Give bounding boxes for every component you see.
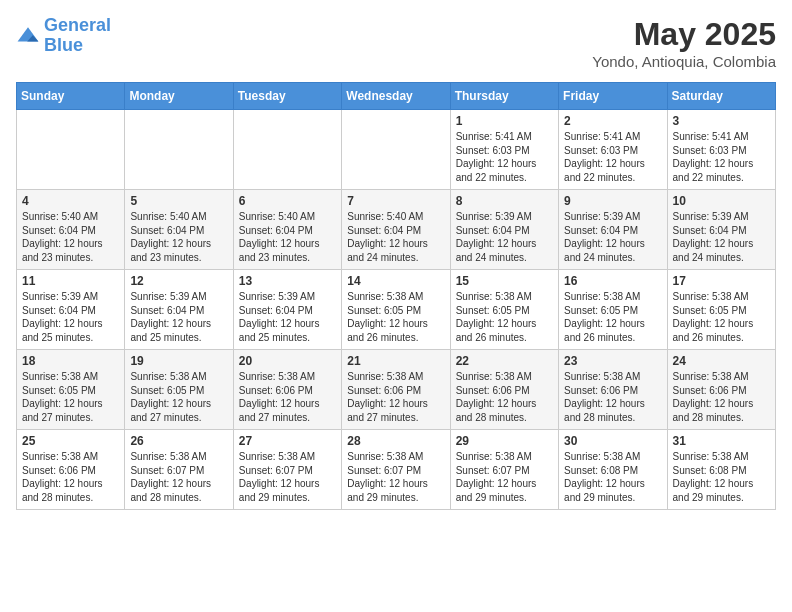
day-number: 22 [456,354,553,368]
weekday-row: SundayMondayTuesdayWednesdayThursdayFrid… [17,83,776,110]
calendar-cell: 23Sunrise: 5:38 AM Sunset: 6:06 PM Dayli… [559,350,667,430]
page-subtitle: Yondo, Antioquia, Colombia [592,53,776,70]
calendar-cell: 24Sunrise: 5:38 AM Sunset: 6:06 PM Dayli… [667,350,775,430]
day-number: 26 [130,434,227,448]
calendar-cell: 19Sunrise: 5:38 AM Sunset: 6:05 PM Dayli… [125,350,233,430]
calendar-cell: 17Sunrise: 5:38 AM Sunset: 6:05 PM Dayli… [667,270,775,350]
calendar-cell: 10Sunrise: 5:39 AM Sunset: 6:04 PM Dayli… [667,190,775,270]
day-number: 15 [456,274,553,288]
weekday-header: Sunday [17,83,125,110]
calendar-cell: 8Sunrise: 5:39 AM Sunset: 6:04 PM Daylig… [450,190,558,270]
day-info: Sunrise: 5:38 AM Sunset: 6:07 PM Dayligh… [347,450,444,504]
day-info: Sunrise: 5:38 AM Sunset: 6:06 PM Dayligh… [22,450,119,504]
day-info: Sunrise: 5:39 AM Sunset: 6:04 PM Dayligh… [130,290,227,344]
day-info: Sunrise: 5:39 AM Sunset: 6:04 PM Dayligh… [239,290,336,344]
day-number: 21 [347,354,444,368]
day-number: 29 [456,434,553,448]
calendar-cell: 6Sunrise: 5:40 AM Sunset: 6:04 PM Daylig… [233,190,341,270]
calendar-body: 1Sunrise: 5:41 AM Sunset: 6:03 PM Daylig… [17,110,776,510]
calendar-cell: 20Sunrise: 5:38 AM Sunset: 6:06 PM Dayli… [233,350,341,430]
day-info: Sunrise: 5:41 AM Sunset: 6:03 PM Dayligh… [564,130,661,184]
calendar-cell: 15Sunrise: 5:38 AM Sunset: 6:05 PM Dayli… [450,270,558,350]
day-number: 13 [239,274,336,288]
calendar-cell: 2Sunrise: 5:41 AM Sunset: 6:03 PM Daylig… [559,110,667,190]
day-info: Sunrise: 5:41 AM Sunset: 6:03 PM Dayligh… [456,130,553,184]
day-info: Sunrise: 5:38 AM Sunset: 6:05 PM Dayligh… [347,290,444,344]
logo-general: General [44,15,111,35]
calendar-header: SundayMondayTuesdayWednesdayThursdayFrid… [17,83,776,110]
calendar-cell [342,110,450,190]
day-info: Sunrise: 5:41 AM Sunset: 6:03 PM Dayligh… [673,130,770,184]
title-block: May 2025 Yondo, Antioquia, Colombia [592,16,776,70]
weekday-header: Tuesday [233,83,341,110]
day-info: Sunrise: 5:38 AM Sunset: 6:05 PM Dayligh… [564,290,661,344]
day-info: Sunrise: 5:38 AM Sunset: 6:06 PM Dayligh… [239,370,336,424]
page-header: General Blue May 2025 Yondo, Antioquia, … [16,16,776,70]
day-info: Sunrise: 5:38 AM Sunset: 6:05 PM Dayligh… [673,290,770,344]
day-number: 27 [239,434,336,448]
day-info: Sunrise: 5:38 AM Sunset: 6:08 PM Dayligh… [564,450,661,504]
day-info: Sunrise: 5:38 AM Sunset: 6:06 PM Dayligh… [673,370,770,424]
day-info: Sunrise: 5:39 AM Sunset: 6:04 PM Dayligh… [564,210,661,264]
calendar-week-row: 25Sunrise: 5:38 AM Sunset: 6:06 PM Dayli… [17,430,776,510]
calendar-cell: 5Sunrise: 5:40 AM Sunset: 6:04 PM Daylig… [125,190,233,270]
day-info: Sunrise: 5:38 AM Sunset: 6:06 PM Dayligh… [456,370,553,424]
day-number: 16 [564,274,661,288]
logo: General Blue [16,16,111,56]
calendar-cell: 21Sunrise: 5:38 AM Sunset: 6:06 PM Dayli… [342,350,450,430]
calendar-cell: 7Sunrise: 5:40 AM Sunset: 6:04 PM Daylig… [342,190,450,270]
calendar-cell: 14Sunrise: 5:38 AM Sunset: 6:05 PM Dayli… [342,270,450,350]
day-number: 24 [673,354,770,368]
calendar-cell: 11Sunrise: 5:39 AM Sunset: 6:04 PM Dayli… [17,270,125,350]
calendar-cell: 4Sunrise: 5:40 AM Sunset: 6:04 PM Daylig… [17,190,125,270]
day-number: 19 [130,354,227,368]
calendar-cell: 9Sunrise: 5:39 AM Sunset: 6:04 PM Daylig… [559,190,667,270]
calendar-cell [17,110,125,190]
day-info: Sunrise: 5:38 AM Sunset: 6:07 PM Dayligh… [239,450,336,504]
day-info: Sunrise: 5:38 AM Sunset: 6:05 PM Dayligh… [456,290,553,344]
day-number: 6 [239,194,336,208]
day-number: 7 [347,194,444,208]
day-number: 10 [673,194,770,208]
day-number: 14 [347,274,444,288]
calendar-cell: 16Sunrise: 5:38 AM Sunset: 6:05 PM Dayli… [559,270,667,350]
calendar-week-row: 11Sunrise: 5:39 AM Sunset: 6:04 PM Dayli… [17,270,776,350]
day-info: Sunrise: 5:40 AM Sunset: 6:04 PM Dayligh… [130,210,227,264]
calendar-cell: 1Sunrise: 5:41 AM Sunset: 6:03 PM Daylig… [450,110,558,190]
calendar-cell: 13Sunrise: 5:39 AM Sunset: 6:04 PM Dayli… [233,270,341,350]
logo-blue: Blue [44,35,83,55]
day-info: Sunrise: 5:38 AM Sunset: 6:06 PM Dayligh… [564,370,661,424]
calendar-week-row: 1Sunrise: 5:41 AM Sunset: 6:03 PM Daylig… [17,110,776,190]
day-info: Sunrise: 5:38 AM Sunset: 6:05 PM Dayligh… [22,370,119,424]
weekday-header: Thursday [450,83,558,110]
calendar-cell: 3Sunrise: 5:41 AM Sunset: 6:03 PM Daylig… [667,110,775,190]
day-number: 17 [673,274,770,288]
day-number: 25 [22,434,119,448]
calendar-cell: 26Sunrise: 5:38 AM Sunset: 6:07 PM Dayli… [125,430,233,510]
day-number: 23 [564,354,661,368]
day-number: 31 [673,434,770,448]
calendar-cell: 30Sunrise: 5:38 AM Sunset: 6:08 PM Dayli… [559,430,667,510]
day-info: Sunrise: 5:40 AM Sunset: 6:04 PM Dayligh… [22,210,119,264]
page-title: May 2025 [592,16,776,53]
day-info: Sunrise: 5:38 AM Sunset: 6:07 PM Dayligh… [130,450,227,504]
weekday-header: Friday [559,83,667,110]
calendar-cell: 28Sunrise: 5:38 AM Sunset: 6:07 PM Dayli… [342,430,450,510]
day-number: 11 [22,274,119,288]
day-info: Sunrise: 5:40 AM Sunset: 6:04 PM Dayligh… [239,210,336,264]
day-info: Sunrise: 5:38 AM Sunset: 6:06 PM Dayligh… [347,370,444,424]
day-info: Sunrise: 5:38 AM Sunset: 6:05 PM Dayligh… [130,370,227,424]
day-number: 28 [347,434,444,448]
weekday-header: Saturday [667,83,775,110]
day-number: 9 [564,194,661,208]
calendar-cell: 31Sunrise: 5:38 AM Sunset: 6:08 PM Dayli… [667,430,775,510]
day-number: 18 [22,354,119,368]
calendar-cell: 22Sunrise: 5:38 AM Sunset: 6:06 PM Dayli… [450,350,558,430]
day-info: Sunrise: 5:39 AM Sunset: 6:04 PM Dayligh… [456,210,553,264]
calendar-cell: 29Sunrise: 5:38 AM Sunset: 6:07 PM Dayli… [450,430,558,510]
day-info: Sunrise: 5:38 AM Sunset: 6:08 PM Dayligh… [673,450,770,504]
day-number: 30 [564,434,661,448]
day-number: 3 [673,114,770,128]
weekday-header: Wednesday [342,83,450,110]
calendar-table: SundayMondayTuesdayWednesdayThursdayFrid… [16,82,776,510]
